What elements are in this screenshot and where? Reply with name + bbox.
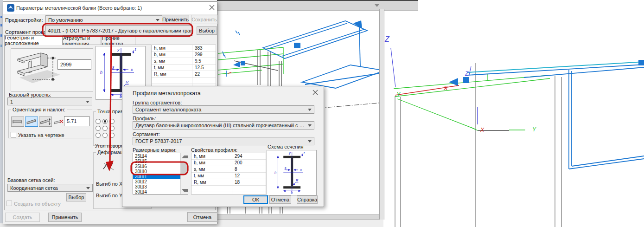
anchor-radio-7[interactable] bbox=[96, 133, 101, 138]
list-item[interactable]: 30Ш3 bbox=[133, 184, 181, 189]
base-level-combobox[interactable]: 1 bbox=[7, 97, 92, 105]
grip-square[interactable] bbox=[638, 60, 644, 65]
anchor-radio-4[interactable] bbox=[96, 126, 101, 131]
sortament-select-button[interactable]: Выбор bbox=[197, 26, 217, 35]
table-row: R, мм22 bbox=[152, 71, 216, 78]
svg-text:R: R bbox=[296, 178, 299, 182]
orientation-horizontal-button[interactable] bbox=[11, 117, 24, 127]
list-item[interactable]: 30Ш2 bbox=[133, 179, 181, 184]
selected-beam-cyan-edge[interactable] bbox=[467, 62, 644, 72]
close-icon[interactable] bbox=[209, 5, 217, 12]
selected-beam-top[interactable] bbox=[263, 21, 367, 66]
grip-arrow-left[interactable] bbox=[233, 61, 240, 67]
scroll-up-icon[interactable] bbox=[182, 156, 188, 158]
base-grid-combobox[interactable]: Координатная сетка bbox=[7, 184, 93, 192]
bend-x-label: Выгиб по X: bbox=[96, 181, 124, 187]
rolled-profiles-dialog: Профили металлопроката Группа сортаменто… bbox=[122, 86, 324, 207]
size-marks-listbox[interactable]: 25Ш4 25Ш5 25Ш6 30Ш0 30Ш1 30Ш2 30Ш3 30Ш4 … bbox=[133, 153, 188, 195]
collapse-chevron-icon[interactable] bbox=[375, 4, 379, 7]
create-by-object-checkbox[interactable] bbox=[6, 201, 12, 206]
viewport-vertical-scrollbar[interactable] bbox=[379, 9, 384, 220]
create-button[interactable]: Создать bbox=[5, 213, 40, 222]
anchor-radio-9[interactable] bbox=[109, 133, 115, 138]
chevron-down-icon bbox=[308, 109, 312, 111]
anchor-radio-6[interactable] bbox=[109, 126, 115, 131]
section-schema-box: y t s h x R b bbox=[267, 150, 317, 195]
grip-square[interactable] bbox=[241, 61, 245, 65]
close-icon[interactable] bbox=[312, 90, 320, 97]
grip-square[interactable] bbox=[463, 77, 469, 83]
toolbar-mini-icon bbox=[0, 24, 2, 26]
group-label: Группа сортаментов: bbox=[133, 100, 182, 105]
svg-text:t: t bbox=[135, 47, 136, 52]
slope-angle-input[interactable]: 5.71 bbox=[64, 116, 89, 126]
toolbar-mini-icon bbox=[0, 34, 2, 37]
anchor-radio-3[interactable] bbox=[109, 119, 115, 124]
group-combobox[interactable]: Сортамент металлопроката bbox=[133, 105, 314, 114]
green-lines bbox=[394, 74, 550, 130]
ok-button[interactable]: ОК bbox=[243, 195, 268, 204]
table-row-empty bbox=[152, 78, 216, 84]
dialog-titlebar[interactable]: Параметры металлической балки (Всего выб… bbox=[3, 2, 217, 14]
column-lines bbox=[395, 63, 561, 227]
list-item[interactable]: 30Ш0 bbox=[133, 169, 181, 174]
beam-properties-table: h, мм383 b, мм299 s, мм9.5 t, мм12.5 R, … bbox=[151, 45, 216, 91]
sortament-field[interactable]: 40Ш1 - (ГОСТ Р 57837-2017 - Двутавр с па… bbox=[45, 26, 192, 36]
base-grid-value: Координатная сетка bbox=[10, 185, 58, 191]
axis-label-y: Y bbox=[396, 91, 401, 97]
presets-label: Преднастройки: bbox=[5, 17, 43, 23]
cad-canvas-elevation-view[interactable]: Z X Y Z X Y bbox=[383, 0, 644, 227]
dialog-title: Параметры металлической балки (Всего выб… bbox=[16, 5, 142, 11]
tab-geometry[interactable]: Геометрия и расположение bbox=[4, 35, 63, 45]
profile-value: Двутавр балочный широкополочный (Ш) стал… bbox=[135, 123, 306, 128]
svg-text:x: x bbox=[130, 67, 133, 72]
list-item[interactable]: 25Ш6 bbox=[133, 164, 181, 169]
grip-square[interactable] bbox=[294, 43, 300, 48]
help-button[interactable]: Справка bbox=[297, 195, 318, 204]
list-item[interactable]: 25Ш4 bbox=[133, 154, 181, 159]
table-row: t, мм12 bbox=[191, 173, 266, 179]
profile-combobox[interactable]: Двутавр балочный широкополочный (Ш) стал… bbox=[133, 121, 314, 130]
list-item[interactable]: 30Ш4 bbox=[133, 189, 181, 195]
svg-text:t: t bbox=[304, 151, 305, 155]
apply-preset-button[interactable]: Применить bbox=[162, 15, 189, 24]
orientation-sloped-button[interactable] bbox=[25, 117, 38, 127]
tab-attributes[interactable]: Атрибуты и нумерация bbox=[63, 36, 101, 45]
presets-combobox[interactable]: По умолчанию bbox=[45, 15, 162, 24]
z-axis-mark bbox=[469, 66, 471, 75]
grid-select-button[interactable]: Выбор bbox=[66, 193, 86, 201]
anchor-radio-1[interactable] bbox=[96, 119, 101, 124]
toolbar-mini-icon bbox=[0, 16, 2, 18]
list-item[interactable]: 25Ш5 bbox=[133, 159, 181, 164]
beam-3d-clipart bbox=[11, 49, 93, 91]
grip-arrow-left[interactable] bbox=[449, 78, 458, 86]
beam-length-input[interactable]: 2999 bbox=[57, 59, 91, 70]
viewport-horizontal-scrollbar[interactable] bbox=[217, 214, 379, 220]
scroll-thumb[interactable] bbox=[181, 162, 187, 175]
list-item-selected[interactable]: 30Ш1 bbox=[133, 174, 181, 179]
orientation-label: Ориентация и наклон: bbox=[11, 107, 67, 112]
anchor-radio-8[interactable] bbox=[102, 133, 108, 138]
apply-button[interactable]: Применить bbox=[48, 213, 82, 222]
svg-text:s: s bbox=[112, 65, 115, 70]
point-on-drawing-checkbox[interactable] bbox=[11, 132, 16, 137]
orientation-sloped-offset-button[interactable] bbox=[39, 117, 52, 127]
anchor-radio-2[interactable] bbox=[102, 119, 108, 124]
chevron-down-icon bbox=[86, 187, 90, 189]
svg-text:y: y bbox=[288, 151, 291, 155]
cancel-button[interactable]: Отмена bbox=[269, 195, 291, 204]
sortament-label: Сортамент: bbox=[133, 131, 160, 137]
selected-beam-bottom[interactable] bbox=[302, 65, 383, 88]
app-icon bbox=[7, 4, 14, 12]
list-scrollbar[interactable] bbox=[180, 153, 188, 194]
anchor-radio-5[interactable] bbox=[102, 126, 108, 131]
tab-other[interactable]: Прочие свойства bbox=[102, 36, 135, 45]
scroll-down-icon[interactable] bbox=[182, 189, 188, 192]
cancel-button[interactable]: Отмена bbox=[187, 212, 217, 222]
selected-panel-beam[interactable] bbox=[569, 70, 644, 169]
svg-text:R: R bbox=[126, 80, 129, 84]
save-preset-button[interactable]: Сохранить bbox=[191, 15, 217, 24]
chevron-down-icon bbox=[308, 124, 312, 127]
svg-text:x: x bbox=[300, 168, 302, 172]
svg-text:b: b bbox=[291, 190, 293, 194]
